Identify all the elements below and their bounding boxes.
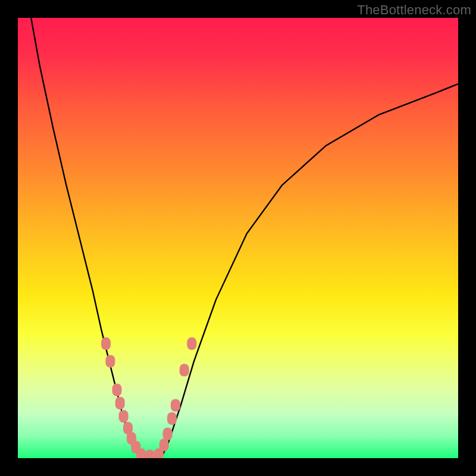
marker-dot <box>105 355 115 368</box>
marker-dot <box>145 450 155 458</box>
gradient-background <box>18 18 458 458</box>
marker-dot <box>163 428 173 440</box>
chart-svg <box>18 18 458 458</box>
marker-dot <box>171 399 180 412</box>
marker-dot <box>159 439 169 451</box>
marker-dot <box>180 364 189 377</box>
marker-dot <box>101 337 111 350</box>
watermark-text: TheBottleneck.com <box>357 2 471 18</box>
marker-dot <box>119 410 129 422</box>
marker-dot <box>136 449 146 458</box>
chart-plot-area <box>18 18 458 458</box>
marker-dot <box>167 412 177 425</box>
marker-dot <box>112 384 122 396</box>
chart-frame: TheBottleneck.com <box>0 0 476 476</box>
marker-dot <box>187 337 196 350</box>
marker-dot <box>115 397 125 409</box>
